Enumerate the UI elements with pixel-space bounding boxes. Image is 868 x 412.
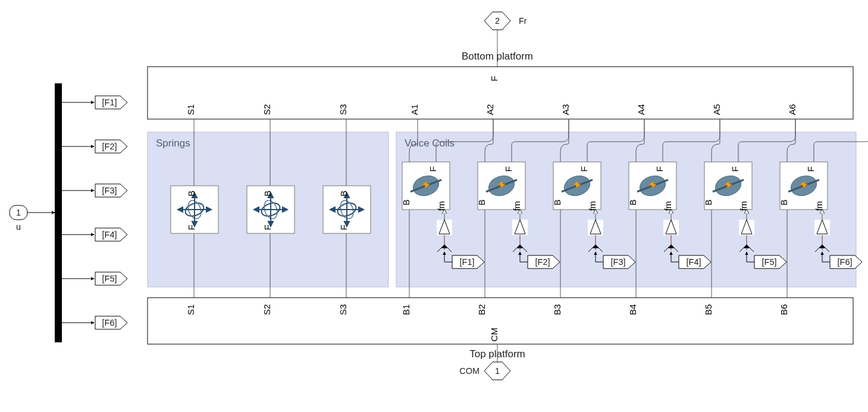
input-port-number: 1 xyxy=(16,208,21,217)
hex-port-fr-number: 2 xyxy=(495,16,500,26)
svg-text:S2: S2 xyxy=(262,304,272,315)
hex-port-fr: 2 Fr xyxy=(484,12,527,30)
spring-block-3: B F xyxy=(323,186,371,233)
svg-text:B: B xyxy=(186,191,196,196)
svg-text:F: F xyxy=(503,166,513,171)
svg-text:F: F xyxy=(339,224,349,230)
svg-text:[F2]: [F2] xyxy=(102,142,117,151)
springs-group-title: Springs xyxy=(156,138,190,149)
demux-tag-f5: [F5] xyxy=(62,272,127,285)
top-platform-box xyxy=(148,298,853,344)
com-port-number: 1 xyxy=(495,366,500,376)
svg-text:F: F xyxy=(579,166,589,171)
input-port-label: u xyxy=(16,222,21,232)
svg-text:[F3]: [F3] xyxy=(611,257,626,267)
svg-text:B: B xyxy=(703,199,713,205)
svg-text:[F1]: [F1] xyxy=(102,98,117,107)
bottom-platform-box xyxy=(148,67,853,119)
svg-text:[F6]: [F6] xyxy=(102,318,117,327)
svg-text:fm: fm xyxy=(587,201,597,211)
svg-text:B5: B5 xyxy=(703,304,713,315)
svg-text:B: B xyxy=(262,191,272,196)
svg-text:A4: A4 xyxy=(636,104,646,115)
demux-tag-f1: [F1] xyxy=(62,96,127,109)
svg-text:fm: fm xyxy=(436,201,446,211)
spring-block-1: B F xyxy=(171,186,218,233)
svg-text:fm: fm xyxy=(738,201,748,211)
svg-text:S2: S2 xyxy=(262,104,272,115)
top-platform-cm-port: CM xyxy=(489,327,499,341)
svg-text:S1: S1 xyxy=(186,304,196,315)
input-port-u: 1 xyxy=(10,205,27,220)
svg-text:fm: fm xyxy=(512,201,522,211)
demux-outputs: [F1] [F2] [F3] [F4] [F5] [F6] xyxy=(62,96,127,329)
hex-port-fr-label: Fr xyxy=(519,16,527,26)
svg-text:[F3]: [F3] xyxy=(102,186,117,195)
svg-text:B: B xyxy=(477,199,487,205)
svg-text:S1: S1 xyxy=(186,104,196,115)
svg-text:B: B xyxy=(628,199,638,205)
svg-text:B3: B3 xyxy=(552,304,562,315)
svg-text:B1: B1 xyxy=(401,304,411,315)
demux-tag-f2: [F2] xyxy=(62,140,127,153)
svg-text:S3: S3 xyxy=(338,304,348,315)
demux-tag-f6: [F6] xyxy=(62,316,127,329)
svg-text:[F1]: [F1] xyxy=(460,257,475,267)
demux-tag-f4: [F4] xyxy=(62,228,127,241)
svg-text:[F4]: [F4] xyxy=(102,230,117,239)
svg-text:A5: A5 xyxy=(712,104,722,115)
voice-coils-group-title: Voice Coils xyxy=(405,138,455,149)
svg-text:F: F xyxy=(262,224,272,230)
hex-port-com: 1 COM xyxy=(459,362,510,380)
svg-text:S3: S3 xyxy=(338,104,348,115)
svg-text:[F5]: [F5] xyxy=(102,274,117,283)
svg-text:A6: A6 xyxy=(787,104,797,115)
svg-text:B4: B4 xyxy=(628,304,638,315)
svg-text:A1: A1 xyxy=(409,104,419,115)
svg-text:F: F xyxy=(730,166,740,171)
svg-text:B: B xyxy=(401,199,411,205)
svg-text:B2: B2 xyxy=(477,304,487,315)
svg-text:B: B xyxy=(779,199,789,205)
svg-text:[F4]: [F4] xyxy=(687,257,701,267)
demux-bar xyxy=(55,83,62,342)
svg-text:[F5]: [F5] xyxy=(762,257,777,267)
svg-text:F: F xyxy=(186,224,196,230)
svg-text:B6: B6 xyxy=(779,304,789,315)
svg-text:F: F xyxy=(428,166,438,171)
com-port-label: COM xyxy=(459,366,480,376)
svg-text:B: B xyxy=(552,199,562,205)
bottom-platform-port-f: F xyxy=(489,76,499,81)
svg-text:A3: A3 xyxy=(560,104,571,115)
svg-text:F: F xyxy=(806,166,816,171)
svg-text:B: B xyxy=(339,191,349,196)
spring-block-2: B F xyxy=(247,186,294,233)
svg-text:fm: fm xyxy=(814,201,824,211)
svg-text:A2: A2 xyxy=(485,104,495,115)
svg-text:[F6]: [F6] xyxy=(838,257,853,267)
svg-text:fm: fm xyxy=(663,201,673,211)
bottom-platform-label: Bottom platform xyxy=(462,51,533,62)
demux-tag-f3: [F3] xyxy=(62,184,127,197)
svg-text:[F2]: [F2] xyxy=(535,257,550,267)
svg-text:F: F xyxy=(654,166,665,171)
